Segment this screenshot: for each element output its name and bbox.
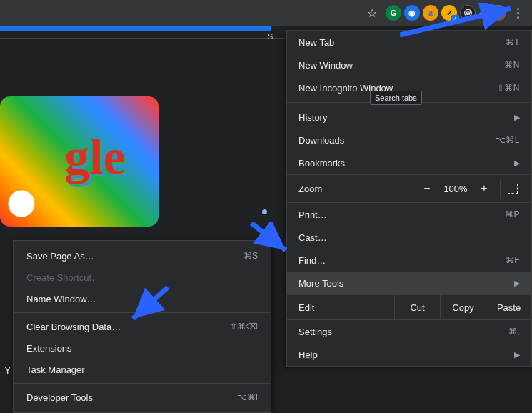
menu-settings[interactable]: Settings⌘, — [287, 320, 531, 343]
submenu-separator — [14, 383, 271, 384]
submenu-developer-tools[interactable]: Developer Tools⌥⌘I — [14, 387, 271, 408]
chevron-right-icon: ▶ — [514, 113, 520, 122]
bookmark-star-icon[interactable]: ☆ — [367, 6, 377, 20]
bookmark-s-label: S — [268, 32, 273, 41]
chevron-right-icon: ▶ — [514, 159, 520, 168]
menu-zoom-row: Zoom − 100% + — [287, 174, 531, 203]
submenu-create-shortcut: Create Shortcut… — [14, 267, 271, 288]
zoom-label: Zoom — [298, 184, 416, 194]
annotation-arrow-icon — [250, 222, 293, 257]
svg-line-0 — [400, 9, 511, 35]
chevron-right-icon: ▶ — [514, 279, 520, 288]
svg-line-2 — [133, 287, 168, 319]
menu-bookmarks[interactable]: Bookmarks▶ — [287, 151, 531, 174]
edit-paste-button[interactable]: Paste — [486, 295, 531, 319]
zoom-in-button[interactable]: + — [473, 182, 496, 195]
submenu-save-page[interactable]: Save Page As…⌘S — [14, 245, 271, 267]
svg-line-1 — [251, 223, 286, 250]
fullscreen-button[interactable] — [500, 179, 524, 199]
menu-cast[interactable]: Cast… — [287, 226, 531, 249]
menu-more-tools[interactable]: More Tools▶ — [287, 272, 531, 294]
menu-edit-row: Edit Cut Copy Paste — [287, 294, 531, 320]
submenu-task-manager[interactable]: Task Manager — [14, 359, 271, 380]
chevron-right-icon: ▶ — [514, 350, 520, 359]
submenu-extensions[interactable]: Extensions — [14, 337, 271, 359]
annotation-arrow-icon — [400, 3, 521, 39]
edit-cut-button[interactable]: Cut — [394, 295, 440, 319]
zoom-out-button[interactable]: − — [416, 182, 438, 195]
chrome-main-menu: New Tab⌘T New Window⌘N New Incognito Win… — [286, 30, 532, 367]
page-y-label: Y — [4, 364, 11, 376]
zoom-value: 100% — [438, 184, 473, 194]
menu-downloads[interactable]: Downloads⌥⌘L — [287, 129, 531, 151]
menu-history[interactable]: History▶ — [287, 106, 531, 129]
menu-help[interactable]: Help▶ — [287, 343, 531, 366]
notification-dot-icon — [262, 209, 267, 214]
menu-new-window[interactable]: New Window⌘N — [287, 54, 531, 76]
extension-grammarly-icon[interactable]: G — [386, 5, 401, 21]
bookmarks-bar — [0, 31, 286, 39]
edit-copy-button[interactable]: Copy — [440, 295, 486, 319]
annotation-arrow-icon — [129, 286, 171, 325]
edit-label: Edit — [287, 302, 394, 313]
google-doodle[interactable] — [0, 96, 159, 227]
menu-find[interactable]: Find…⌘F — [287, 249, 531, 272]
fullscreen-icon — [508, 184, 518, 194]
menu-print[interactable]: Print…⌘P — [287, 203, 531, 226]
more-tools-submenu: Save Page As…⌘S Create Shortcut… Name Wi… — [13, 240, 271, 413]
tab-highlight — [0, 26, 271, 31]
search-tabs-tooltip: Search tabs — [370, 91, 422, 105]
